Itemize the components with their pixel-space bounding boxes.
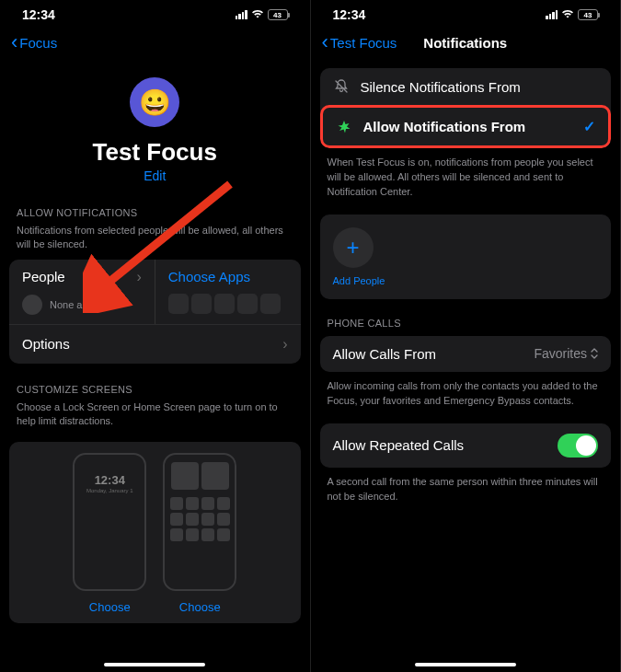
- add-people-card[interactable]: + Add People: [320, 214, 612, 299]
- phone-right: 12:34 43 ‹ Test Focus Notifications Sile…: [311, 0, 622, 672]
- add-button[interactable]: +: [333, 227, 374, 268]
- allow-label: Allow Notifications From: [363, 119, 573, 134]
- status-indicators: 43: [546, 8, 598, 22]
- battery-icon: 43: [578, 9, 598, 20]
- wifi-icon: [251, 8, 264, 22]
- status-indicators: 43: [236, 8, 288, 22]
- status-time: 12:34: [22, 7, 55, 22]
- lock-screen-thumb[interactable]: 12:34 Monday, January 1 Choose: [73, 453, 146, 614]
- phone-left: 12:34 43 ‹ Focus 😀 Test Focus Edit ALLOW…: [0, 0, 311, 672]
- allow-from-row[interactable]: Allow Notifications From ✓: [320, 105, 612, 148]
- people-cell[interactable]: People › None allowed: [9, 260, 155, 324]
- lock-screen-date: Monday, January 1: [80, 488, 139, 493]
- repeated-label: Allow Repeated Calls: [333, 437, 547, 453]
- screens-card: 12:34 Monday, January 1 Choose Choose: [9, 442, 301, 623]
- lock-screen-time: 12:34: [80, 473, 139, 487]
- notifications-card: People › None allowed Choose Apps Option…: [9, 260, 301, 364]
- back-button[interactable]: ‹ Test Focus: [322, 32, 397, 52]
- up-down-chevron-icon: [591, 348, 598, 359]
- focus-emoji-icon: 😀: [130, 77, 179, 127]
- repeated-calls-toggle[interactable]: [558, 434, 598, 458]
- apps-label: Choose Apps: [168, 269, 250, 284]
- home-indicator[interactable]: [104, 663, 205, 666]
- people-sublabel: None allowed: [50, 299, 111, 310]
- star-burst-icon: [336, 119, 352, 135]
- calls-from-label: Allow Calls From: [333, 346, 523, 362]
- calls-desc: Allow incoming calls from only the conta…: [311, 372, 621, 411]
- silence-label: Silence Notifications From: [361, 79, 599, 95]
- options-row[interactable]: Options ›: [9, 324, 301, 364]
- nav-bar: ‹ Focus: [0, 26, 310, 59]
- customize-header: CUSTOMIZE SCREENS: [0, 364, 310, 399]
- back-button[interactable]: ‹ Focus: [11, 32, 57, 52]
- focus-title: Test Focus: [0, 138, 310, 167]
- repeated-desc: A second call from the same person withi…: [311, 468, 621, 506]
- people-label: People: [22, 269, 65, 284]
- cellular-icon: [236, 10, 247, 19]
- home-indicator[interactable]: [415, 663, 516, 666]
- apps-cell[interactable]: Choose Apps: [155, 260, 301, 324]
- chevron-right-icon: ›: [136, 269, 141, 285]
- back-label: Test Focus: [330, 35, 397, 51]
- repeated-calls-row: Allow Repeated Calls: [320, 423, 612, 468]
- phone-calls-header: PHONE CALLS: [311, 299, 621, 332]
- svg-marker-2: [338, 121, 350, 133]
- chevron-left-icon: ‹: [322, 32, 328, 52]
- customize-desc: Choose a Lock Screen or Home Screen page…: [0, 399, 310, 436]
- options-label: Options: [22, 336, 70, 352]
- edit-button[interactable]: Edit: [0, 168, 310, 183]
- cellular-icon: [546, 10, 558, 19]
- notification-mode-card: Silence Notifications From Allow Notific…: [320, 68, 612, 148]
- chevron-left-icon: ‹: [11, 32, 17, 52]
- allow-notifications-header: ALLOW NOTIFICATIONS: [0, 187, 310, 222]
- app-placeholders: [168, 294, 288, 314]
- battery-icon: 43: [268, 9, 288, 20]
- add-people-label: Add People: [333, 275, 599, 286]
- nav-bar: ‹ Test Focus Notifications: [311, 26, 621, 59]
- calls-from-card: Allow Calls From Favorites: [320, 336, 612, 372]
- status-time: 12:34: [333, 7, 366, 22]
- home-screen-thumb[interactable]: Choose: [163, 453, 236, 614]
- calls-from-value: Favorites: [534, 346, 598, 361]
- wifi-icon: [561, 8, 574, 22]
- focus-header: 😀 Test Focus Edit: [0, 59, 310, 187]
- choose-lock-button[interactable]: Choose: [73, 600, 146, 614]
- status-bar: 12:34 43: [311, 0, 621, 26]
- plus-icon: +: [346, 235, 359, 261]
- status-bar: 12:34 43: [0, 0, 310, 26]
- checkmark-icon: ✓: [583, 118, 595, 135]
- silence-from-row[interactable]: Silence Notifications From: [320, 68, 612, 105]
- choose-home-button[interactable]: Choose: [163, 600, 236, 614]
- back-label: Focus: [19, 35, 57, 51]
- avatar-placeholder-icon: [22, 295, 42, 315]
- chevron-right-icon: ›: [282, 336, 287, 353]
- allow-calls-from-row[interactable]: Allow Calls From Favorites: [320, 336, 612, 372]
- repeated-calls-card: Allow Repeated Calls: [320, 423, 612, 468]
- allow-desc: When Test Focus is on, notifications fro…: [311, 148, 621, 202]
- bell-slash-icon: [333, 78, 350, 95]
- allow-notifications-desc: Notifications from selected people will …: [0, 222, 310, 260]
